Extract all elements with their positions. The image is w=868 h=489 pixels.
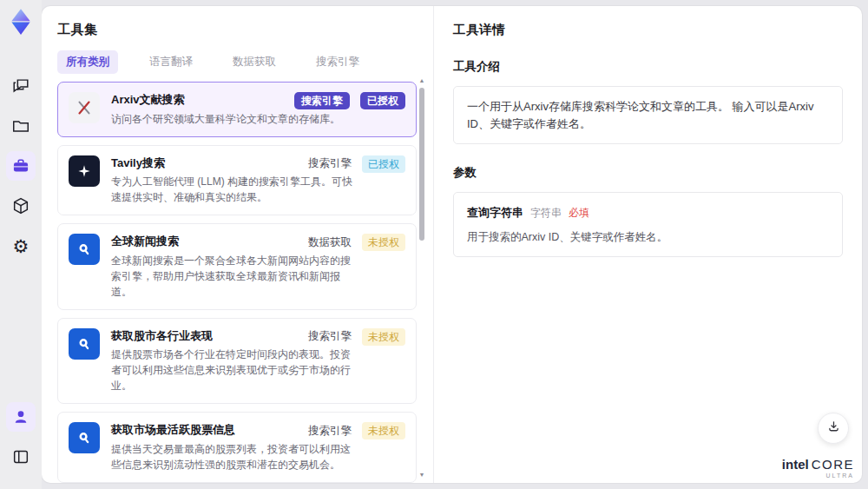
tool-list-panel: 工具集 所有类别 语言翻译 数据获取 搜索引擎 Arxiv文献搜索 访问各个研究…	[42, 6, 434, 483]
tool-description: 访问各个研究领域大量科学论文和文章的存储库。	[111, 111, 356, 127]
scroll-down-arrow[interactable]: ▼	[418, 472, 426, 478]
category-label: 数据获取	[308, 235, 352, 250]
intel-core-logo: intelCORE ULTRA	[782, 458, 854, 479]
param-card: 查询字符串 字符串 必填 用于搜索的Arxiv ID、关键字或作者姓名。	[453, 192, 843, 257]
intro-box: 一个用于从Arxiv存储库搜索科学论文和文章的工具。 输入可以是Arxiv ID…	[453, 86, 843, 144]
param-required-flag: 必填	[569, 205, 589, 221]
tab-data-acquisition[interactable]: 数据获取	[224, 50, 285, 74]
tab-search-engine[interactable]: 搜索引擎	[307, 50, 368, 74]
download-icon	[826, 420, 841, 438]
sidebar-item-collapse[interactable]	[6, 442, 36, 472]
folder-icon	[11, 116, 30, 135]
category-label: 搜索引擎	[308, 424, 352, 439]
detail-title: 工具详情	[453, 22, 843, 38]
app-logo	[6, 7, 36, 36]
brand-intel: intel	[782, 457, 809, 472]
tool-description: 全球新闻搜索是一个聚合全球各大新闻网站内容的搜索引擎，帮助用户快速获取全球最新资…	[111, 253, 356, 300]
scrollbar-thumb[interactable]	[419, 88, 424, 241]
tab-language-translation[interactable]: 语言翻译	[141, 50, 201, 74]
gear-icon: ⚙	[13, 237, 30, 255]
auth-status-badge: 已授权	[362, 155, 405, 173]
auth-status-badge: 未授权	[362, 234, 405, 251]
category-tabs: 所有类别 语言翻译 数据获取 搜索引擎	[57, 50, 433, 73]
cube-icon	[11, 196, 30, 215]
download-button[interactable]	[818, 413, 849, 444]
sidebar-item-account[interactable]	[6, 402, 36, 432]
intro-heading: 工具介绍	[453, 59, 843, 75]
tool-row-active-stocks[interactable]: 获取市场最活跃股票信息 提供当天交易量最高的股票列表，投资者可以利用这些信息来识…	[57, 412, 417, 483]
tool-list: Arxiv文献搜索 访问各个研究领域大量科学论文和文章的存储库。 搜索引擎 已授…	[57, 82, 417, 483]
tab-all-categories[interactable]: 所有类别	[57, 50, 118, 74]
param-description: 用于搜索的Arxiv ID、关键字或作者姓名。	[467, 229, 829, 246]
category-label: 搜索引擎	[308, 329, 352, 344]
tool-row-tavily[interactable]: Tavily搜索 专为人工智能代理 (LLM) 构建的搜索引擎工具。可快速提供实…	[57, 145, 417, 216]
sidebar-item-settings[interactable]: ⚙	[6, 231, 36, 261]
auth-status-badge: 未授权	[362, 422, 405, 439]
stock-sector-logo-icon	[69, 328, 100, 360]
tool-row-sector-performance[interactable]: 获取股市各行业表现 提供股票市场各个行业在特定时间段内的表现。投资者可以利用这些…	[57, 318, 417, 405]
auth-status-badge: 已授权	[360, 92, 405, 109]
chat-icon	[11, 76, 30, 96]
tool-description: 专为人工智能代理 (LLM) 构建的搜索引擎工具。可快速提供实时、准确和真实的结…	[111, 174, 356, 205]
brand-core: CORE	[812, 457, 854, 472]
active-stocks-logo-icon	[69, 422, 100, 453]
sidebar-item-chat[interactable]	[6, 71, 36, 101]
tavily-logo-icon	[69, 155, 100, 187]
params-heading: 参数	[453, 165, 843, 181]
sidebar-item-tools[interactable]	[6, 151, 36, 181]
arxiv-logo-icon	[69, 92, 100, 123]
news-search-logo-icon	[69, 234, 100, 265]
category-label: 搜索引擎	[308, 156, 352, 171]
brand-ultra: ULTRA	[782, 472, 854, 479]
page-title: 工具集	[57, 22, 433, 38]
tool-row-arxiv[interactable]: Arxiv文献搜索 访问各个研究领域大量科学论文和文章的存储库。 搜索引擎 已授…	[57, 82, 417, 137]
toolbox-icon	[11, 156, 30, 175]
user-icon	[12, 408, 30, 426]
scroll-up-arrow[interactable]: ▲	[418, 77, 426, 83]
param-name: 查询字符串	[467, 204, 523, 221]
sidebar-item-files[interactable]	[6, 111, 36, 141]
tool-row-global-news[interactable]: 全球新闻搜索 全球新闻搜索是一个聚合全球各大新闻网站内容的搜索引擎，帮助用户快速…	[57, 223, 417, 310]
tool-description: 提供股票市场各个行业在特定时间段内的表现。投资者可以利用这些信息来识别表现优于或…	[111, 347, 356, 393]
param-type: 字符串	[530, 205, 562, 221]
main-card: 工具集 所有类别 语言翻译 数据获取 搜索引擎 Arxiv文献搜索 访问各个研究…	[42, 6, 862, 483]
sidebar-item-models[interactable]	[6, 191, 36, 221]
panel-toggle-icon	[11, 447, 30, 466]
tool-detail-panel: 工具详情 工具介绍 一个用于从Arxiv存储库搜索科学论文和文章的工具。 输入可…	[434, 6, 862, 483]
tool-description: 提供当天交易量最高的股票列表，投资者可以利用这些信息来识别流动性强的股票和潜在的…	[111, 441, 356, 472]
auth-status-badge: 未授权	[362, 328, 405, 346]
category-badge: 搜索引擎	[294, 92, 350, 109]
scrollbar[interactable]: ▲ ▼	[418, 77, 426, 478]
sidebar: ⚙	[0, 0, 42, 489]
